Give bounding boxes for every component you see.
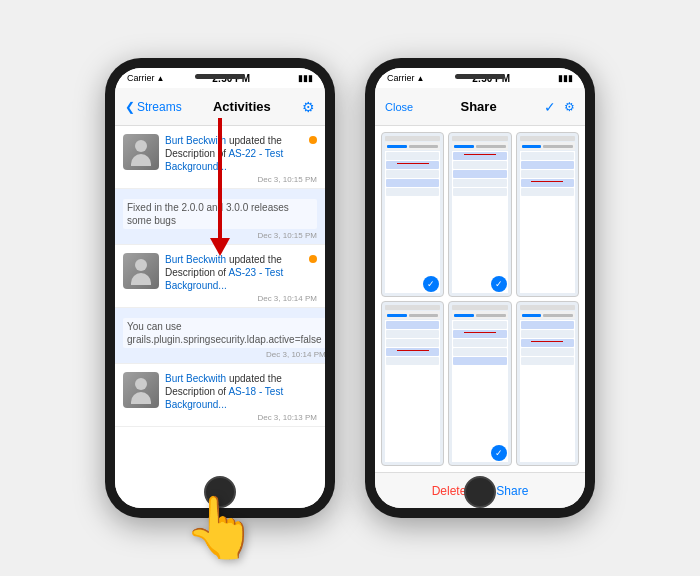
arrow-line (218, 118, 222, 238)
screenshot-thumb-5[interactable] (448, 301, 511, 466)
activities-title: Activities (213, 99, 271, 114)
battery-right: ▮▮▮ (558, 73, 573, 83)
status-bar-right: Carrier ▲ 2:50 PM ▮▮▮ (375, 68, 585, 88)
activity-content-1: Burt Beckwith updated the Description of… (165, 134, 317, 184)
status-bar-left: Carrier ▲ 2:50 PM ▮▮▮ (115, 68, 325, 88)
share-gear-icon[interactable]: ⚙ (564, 100, 575, 114)
activity-time-4: Dec 3, 10:14 PM (123, 350, 325, 359)
thumb-content (385, 151, 440, 293)
battery-icon-right: ▮▮▮ (558, 73, 573, 83)
screenshot-thumb-1[interactable] (381, 132, 444, 297)
screenshot-thumb-3[interactable] (516, 132, 579, 297)
activity-text-1: Burt Beckwith updated the Description of… (165, 134, 317, 173)
time-right: 2:50 PM (472, 73, 510, 84)
activity-text-3: Burt Beckwith updated the Description of… (165, 253, 317, 292)
battery-left: ▮▮▮ (298, 73, 313, 83)
signal-left: Carrier ▲ (127, 73, 164, 83)
carrier-right: Carrier (387, 73, 415, 83)
down-arrow (210, 118, 230, 256)
arrow-head (210, 238, 230, 256)
avatar-1 (123, 134, 159, 170)
phone-right: Carrier ▲ 2:50 PM ▮▮▮ Close Share ✓ ⚙ (365, 58, 595, 518)
wifi-icon-right: ▲ (417, 74, 425, 83)
settings-gear-icon[interactable]: ⚙ (302, 99, 315, 115)
activity-item-5: Burt Beckwith updated the Description of… (115, 364, 325, 427)
activity-time-3: Dec 3, 10:14 PM (165, 294, 317, 303)
avatar-3 (123, 253, 159, 289)
checkmark-icon[interactable]: ✓ (544, 99, 556, 115)
activity-item-4: You can use grails.plugin.springsecurity… (115, 308, 325, 364)
signal-right: Carrier ▲ (387, 73, 424, 83)
activity-time-5: Dec 3, 10:13 PM (165, 413, 317, 422)
thumb-status-bar (385, 136, 440, 141)
unread-dot-1 (309, 136, 317, 144)
activity-content-3: Burt Beckwith updated the Description of… (165, 253, 317, 303)
share-action-bar: Delete Share (375, 472, 585, 508)
wifi-icon: ▲ (157, 74, 165, 83)
share-title: Share (460, 99, 496, 114)
hand-cursor: 👆 (183, 498, 258, 558)
share-button[interactable]: Share (496, 484, 528, 498)
share-nav-bar: Close Share ✓ ⚙ (375, 88, 585, 126)
thumb-nav (385, 142, 440, 150)
user-name-5: Burt Beckwith (165, 373, 226, 384)
activity-text-5: Burt Beckwith updated the Description of… (165, 372, 317, 411)
activity-content-5: Burt Beckwith updated the Description of… (165, 372, 317, 422)
streams-link[interactable]: Streams (137, 100, 182, 114)
activity-time-1: Dec 3, 10:15 PM (165, 175, 317, 184)
scene: Carrier ▲ 2:50 PM ▮▮▮ ❮ Streams Activiti… (105, 58, 595, 518)
screenshot-thumb-4[interactable] (381, 301, 444, 466)
screenshot-grid[interactable] (375, 126, 585, 472)
share-nav-actions: ✓ ⚙ (544, 99, 575, 115)
screenshot-thumb-6[interactable] (516, 301, 579, 466)
avatar-5 (123, 372, 159, 408)
time-left: 2:50 PM (212, 73, 250, 84)
screenshot-thumb-2[interactable] (448, 132, 511, 297)
chevron-left-icon: ❮ (125, 100, 135, 114)
delete-button[interactable]: Delete (432, 484, 467, 498)
unread-dot-3 (309, 255, 317, 263)
battery-icon: ▮▮▮ (298, 73, 313, 83)
activity-desc-4: You can use grails.plugin.springsecurity… (123, 318, 325, 348)
close-button[interactable]: Close (385, 101, 413, 113)
phone-left: Carrier ▲ 2:50 PM ▮▮▮ ❮ Streams Activiti… (105, 58, 335, 518)
activity-content-4: You can use grails.plugin.springsecurity… (123, 316, 325, 359)
carrier-left: Carrier (127, 73, 155, 83)
back-button[interactable]: ❮ Streams (125, 100, 182, 114)
